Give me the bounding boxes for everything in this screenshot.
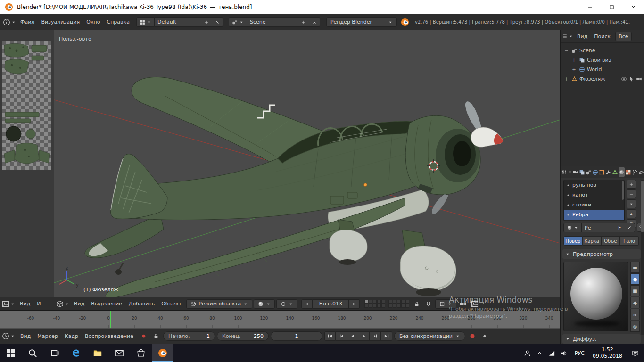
viewport-menu-3[interactable]: Объект <box>158 301 185 307</box>
preview-range-button[interactable] <box>139 331 149 341</box>
action-center-button[interactable] <box>626 344 644 362</box>
properties-tab-world[interactable] <box>592 167 598 177</box>
slot-specials-button[interactable] <box>627 199 636 208</box>
scene-name[interactable]: Scene <box>247 17 298 27</box>
preview-type-world[interactable]: ◎ <box>630 321 640 332</box>
screen-layout-name[interactable]: Default <box>155 17 201 27</box>
slot-add-button[interactable] <box>627 180 636 189</box>
orientation-name[interactable]: Face.013 <box>313 299 349 309</box>
pivot-dropdown[interactable] <box>276 299 297 309</box>
clock[interactable]: 1:52 09.05.2018 <box>589 346 626 360</box>
layer-toggle-5[interactable] <box>381 300 385 304</box>
screen-delete-button[interactable] <box>212 17 223 27</box>
skip-start-button[interactable] <box>324 331 336 341</box>
properties-tab-render[interactable] <box>572 167 578 177</box>
outliner-item-0[interactable]: −Scene <box>561 46 644 55</box>
start-frame-field[interactable]: Начало: 1 <box>163 331 215 341</box>
viewport-menu-1[interactable]: Выделение <box>88 301 125 307</box>
preview-type-flat[interactable]: ▬ <box>630 262 640 273</box>
preview-type-sphere[interactable]: ● <box>630 273 640 285</box>
preview-type-hair[interactable]: ≈ <box>630 309 640 320</box>
language-indicator[interactable]: РУС <box>570 350 589 356</box>
properties-scrollbar[interactable] <box>641 180 644 335</box>
surface-type-0[interactable]: Повер <box>563 236 583 246</box>
lock-time-button[interactable] <box>151 331 161 341</box>
taskbar-app-search[interactable] <box>22 344 43 362</box>
info-editor-button[interactable] <box>3 17 16 27</box>
play-rev-button[interactable] <box>347 331 358 341</box>
aircraft-model[interactable] <box>85 77 503 297</box>
viewport-menu-2[interactable]: Добавить <box>125 301 158 307</box>
layer-toggle-7[interactable] <box>369 304 372 308</box>
outliner-editor-type-button[interactable] <box>562 32 573 41</box>
key-prev-button[interactable] <box>336 331 347 341</box>
layer-toggle-15[interactable] <box>405 300 409 304</box>
slot-remove-button[interactable] <box>627 189 636 198</box>
layer-toggle-12[interactable] <box>393 300 396 304</box>
material-slot-1[interactable]: капот <box>564 190 624 200</box>
layer-toggle-6[interactable] <box>364 304 368 308</box>
lock-camera-button[interactable] <box>412 299 422 309</box>
expand-toggle-icon[interactable]: + <box>563 76 570 82</box>
minimize-button[interactable] <box>579 0 601 14</box>
screen-add-button[interactable] <box>201 17 212 27</box>
outliner-item-3[interactable]: +Фюзеляж <box>561 74 644 83</box>
key-next-button[interactable] <box>370 331 381 341</box>
expand-toggle-icon[interactable]: + <box>571 67 577 72</box>
sync-dropdown[interactable]: Без синхронизации <box>394 331 465 341</box>
layer-toggle-16[interactable] <box>388 304 392 308</box>
fake-user-button[interactable]: F <box>615 223 624 232</box>
diffuse-panel-header[interactable]: Диффуз. <box>562 334 641 344</box>
outliner-item-2[interactable]: +World <box>561 65 644 74</box>
cursor-icon[interactable] <box>628 76 635 82</box>
material-unlink-button[interactable] <box>624 223 635 232</box>
surface-type-2[interactable]: Объе <box>602 236 620 246</box>
layer-toggle-14[interactable] <box>401 300 405 304</box>
play-button[interactable] <box>358 331 370 341</box>
opengl-animation-button[interactable] <box>470 299 480 309</box>
tray-network[interactable] <box>546 344 558 362</box>
properties-tab-object-data[interactable] <box>612 167 618 177</box>
material-slot-2[interactable]: стойки <box>564 200 624 210</box>
timeline-editor-type-button[interactable] <box>2 331 15 341</box>
taskbar-app-blender[interactable] <box>152 344 173 362</box>
uv-menu-1[interactable]: И <box>33 301 44 307</box>
end-frame-field[interactable]: Конец: 250 <box>217 331 269 341</box>
eye-icon[interactable] <box>621 76 627 82</box>
viewport-3d[interactable]: z y Польз.-орто (1) Фюзеляж ВидВыделение… <box>54 30 560 310</box>
snap-element-dropdown[interactable] <box>435 299 456 309</box>
taskbar-app-start[interactable] <box>0 344 22 362</box>
info-menu-1[interactable]: Визуализация <box>38 19 83 25</box>
preview-type-cube[interactable]: ■ <box>630 285 640 296</box>
taskbar-app-file-explorer[interactable] <box>87 344 108 362</box>
scene-add-button[interactable] <box>298 17 309 27</box>
current-frame-field[interactable]: 1 <box>271 331 322 341</box>
uv-editor-type-button[interactable] <box>2 299 15 309</box>
properties-tab-material[interactable] <box>619 167 625 177</box>
camera-icon[interactable] <box>636 76 642 82</box>
viewport-menu-0[interactable]: Вид <box>71 301 88 307</box>
info-menu-0[interactable]: Файл <box>17 19 38 25</box>
mode-dropdown[interactable]: Режим объекта <box>186 299 252 309</box>
shading-dropdown[interactable] <box>254 299 275 309</box>
properties-editor-type-button[interactable] <box>561 167 572 177</box>
layer-toggle-10[interactable] <box>381 304 385 308</box>
layer-toggle-2[interactable] <box>369 300 372 304</box>
layer-toggle-1[interactable] <box>364 300 368 304</box>
uv-menu-0[interactable]: Вид <box>17 301 33 307</box>
timeline-menu-2[interactable]: Кадр <box>61 333 82 339</box>
tray-user[interactable] <box>521 344 534 362</box>
taskbar-app-mail[interactable] <box>108 344 130 362</box>
preview-panel-header[interactable]: Предпросмотр <box>562 249 641 259</box>
material-name-field[interactable]: Ре <box>582 223 615 232</box>
tray-chevron-up[interactable] <box>534 344 546 362</box>
taskbar-app-store[interactable] <box>130 344 152 362</box>
info-menu-2[interactable]: Окно <box>83 19 103 25</box>
slot-list-scrollbar[interactable] <box>622 181 624 200</box>
render-engine-dropdown[interactable]: Рендер Blender <box>326 17 397 27</box>
slot-move-up-button[interactable]: ▴ <box>627 209 636 218</box>
uv-texture-canvas[interactable] <box>2 41 51 170</box>
layer-toggle-19[interactable] <box>401 304 405 308</box>
layer-toggle-18[interactable] <box>397 304 401 308</box>
properties-tab-scene[interactable] <box>586 167 592 177</box>
